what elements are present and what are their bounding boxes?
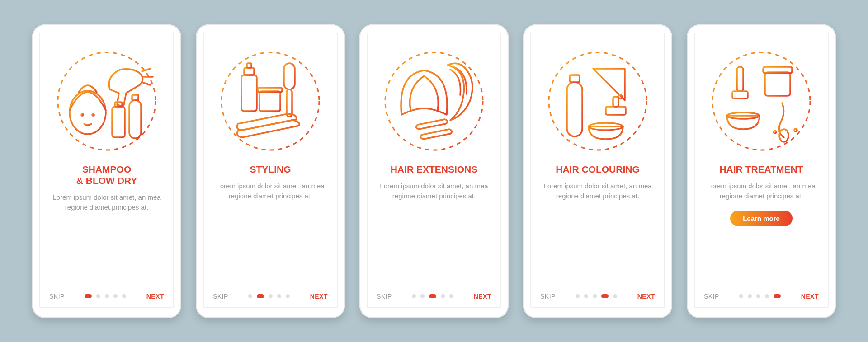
svg-point-3 [92,114,94,116]
screen-title: STYLING [250,164,291,175]
next-button[interactable]: NEXT [801,293,819,300]
page-dot[interactable] [584,294,588,298]
svg-rect-46 [732,91,748,98]
phone-card: STYLING Lorem ipsum dolor sit amet, an m… [196,24,345,318]
svg-point-41 [712,52,810,150]
phone-card: HAIR TREATMENT Lorem ipsum dolor sit ame… [687,24,836,318]
onboarding-footer: SKIP NEXT [213,293,328,300]
page-dot[interactable] [286,294,290,298]
phone-card: HAIR EXTENSIONS Lorem ipsum dolor sit am… [359,24,509,318]
page-dot[interactable] [441,294,445,298]
svg-rect-15 [284,63,295,89]
svg-point-54 [794,129,797,131]
svg-rect-12 [259,91,280,111]
next-button[interactable]: NEXT [637,293,655,300]
svg-rect-10 [244,68,254,75]
page-dots [412,294,453,298]
onboarding-screen: HAIR EXTENSIONS Lorem ipsum dolor sit am… [367,33,501,308]
page-dot[interactable] [756,294,760,298]
svg-rect-33 [606,107,626,115]
svg-point-8 [222,52,319,150]
page-dot[interactable] [277,294,281,298]
svg-rect-5 [115,102,122,107]
skip-button[interactable]: SKIP [704,293,719,300]
svg-point-53 [774,131,776,133]
page-dot[interactable] [420,294,425,298]
page-dots [85,294,126,298]
phone-card: HAIR COLOURING Lorem ipsum dolor sit ame… [523,24,672,318]
screen-description: Lorem ipsum dolor sit amet, an mea regio… [380,181,488,201]
page-dot[interactable] [269,294,273,298]
page-dot[interactable] [248,294,252,298]
svg-point-2 [81,114,83,116]
onboarding-footer: SKIP NEXT [704,293,819,300]
svg-rect-11 [247,63,251,68]
hair-treatment-icon [707,47,816,155]
page-dot[interactable] [774,294,781,298]
screen-title: HAIR EXTENSIONS [391,164,478,175]
svg-rect-28 [570,75,580,82]
screen-title: HAIR COLOURING [556,164,640,175]
svg-point-25 [385,52,483,150]
phone-card: SHAMPOO & BLOW DRY Lorem ipsum dolor sit… [32,24,181,318]
page-dot[interactable] [748,294,752,298]
page-dot[interactable] [593,294,597,298]
page-dot[interactable] [85,294,92,298]
svg-rect-42 [765,72,790,96]
screen-description: Lorem ipsum dolor sit amet, an mea regio… [543,181,652,201]
screen-title: SHAMPOO & BLOW DRY [76,164,137,186]
page-dot[interactable] [576,294,580,298]
skip-button[interactable]: SKIP [540,293,556,300]
page-dots [576,294,617,298]
skip-button[interactable]: SKIP [49,293,65,300]
screen-title: HAIR TREATMENT [719,164,803,175]
svg-rect-7 [132,95,138,100]
hair-extensions-icon [380,47,488,155]
page-dot[interactable] [257,294,264,298]
svg-rect-39 [613,97,618,107]
page-dot[interactable] [412,294,416,298]
onboarding-footer: SKIP NEXT [377,293,491,300]
onboarding-screen: STYLING Lorem ipsum dolor sit amet, an m… [203,33,338,308]
page-dot[interactable] [739,294,743,298]
svg-rect-9 [241,75,257,111]
page-dot[interactable] [601,294,609,298]
svg-rect-13 [258,88,282,92]
page-dot[interactable] [613,294,617,298]
shampoo-blow-dry-icon [52,47,161,155]
page-dots [739,294,781,298]
hair-colouring-icon [543,47,652,155]
page-dot[interactable] [122,294,126,298]
svg-point-26 [549,52,646,150]
onboarding-screen: HAIR TREATMENT Lorem ipsum dolor sit ame… [694,33,829,308]
svg-rect-24 [287,89,292,117]
svg-rect-4 [112,107,125,137]
svg-rect-27 [567,82,582,136]
svg-rect-45 [737,67,743,91]
styling-icon [216,47,325,155]
next-button[interactable]: NEXT [474,293,491,300]
page-dot[interactable] [765,294,769,298]
page-dot[interactable] [113,294,118,298]
onboarding-footer: SKIP NEXT [540,293,655,300]
onboarding-screen: HAIR COLOURING Lorem ipsum dolor sit ame… [530,33,665,308]
skip-button[interactable]: SKIP [213,293,228,300]
page-dot[interactable] [96,294,100,298]
screen-description: Lorem ipsum dolor sit amet, an mea regio… [707,181,816,201]
next-button[interactable]: NEXT [146,293,164,300]
learn-more-button[interactable]: Learn more [730,211,793,226]
screen-description: Lorem ipsum dolor sit amet, an mea regio… [216,181,325,201]
page-dot[interactable] [449,294,453,298]
next-button[interactable]: NEXT [310,293,328,300]
onboarding-footer: SKIP NEXT [49,293,164,300]
svg-rect-6 [129,100,141,138]
page-dots [248,294,290,298]
screen-description: Lorem ipsum dolor sit amet, an mea regio… [52,192,161,213]
skip-button[interactable]: SKIP [377,293,392,300]
page-dot[interactable] [429,294,436,298]
svg-point-1 [70,91,106,134]
page-dot[interactable] [105,294,109,298]
onboarding-screen: SHAMPOO & BLOW DRY Lorem ipsum dolor sit… [39,33,174,308]
